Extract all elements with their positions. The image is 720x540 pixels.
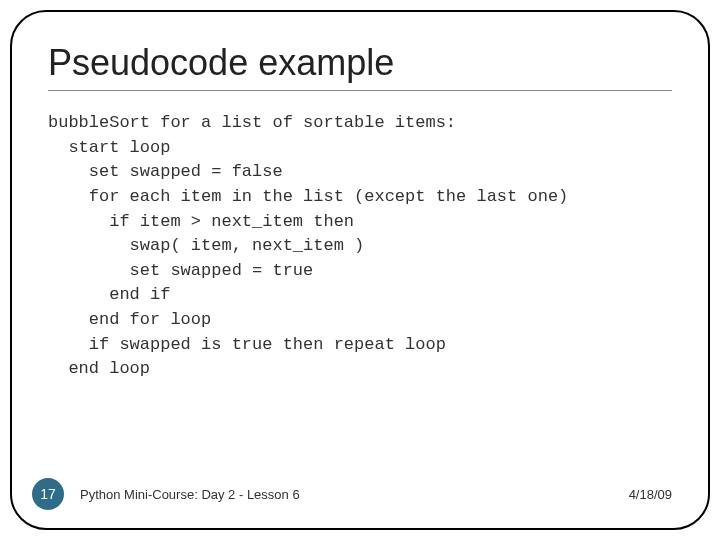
slide-frame: Pseudocode example bubbleSort for a list… [10, 10, 710, 530]
slide-date: 4/18/09 [629, 487, 672, 502]
slide-title: Pseudocode example [48, 42, 672, 84]
course-label: Python Mini-Course: Day 2 - Lesson 6 [64, 487, 629, 502]
page-number-badge: 17 [32, 478, 64, 510]
title-divider [48, 90, 672, 91]
pseudocode-block: bubbleSort for a list of sortable items:… [48, 111, 672, 382]
slide-footer: 17 Python Mini-Course: Day 2 - Lesson 6 … [12, 478, 708, 510]
